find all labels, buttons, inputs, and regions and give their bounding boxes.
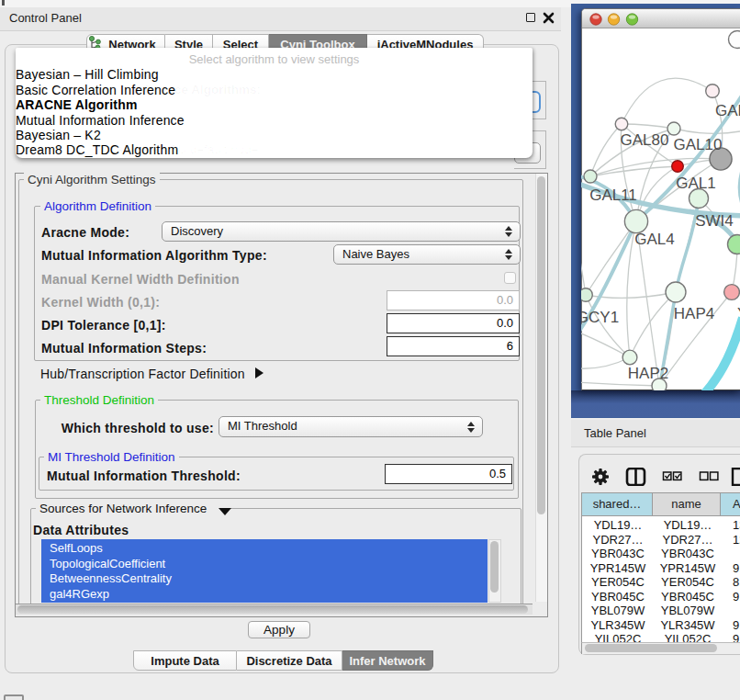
svg-text:GAL4: GAL4 xyxy=(634,231,674,248)
svg-text:HAP2: HAP2 xyxy=(628,365,668,382)
svg-text:GAL10: GAL10 xyxy=(674,136,723,153)
svg-text:SWI4: SWI4 xyxy=(695,212,734,230)
svg-text:GAL11: GAL11 xyxy=(589,186,637,204)
svg-text:GCY1: GCY1 xyxy=(581,309,619,326)
svg-text:GAL80: GAL80 xyxy=(621,131,669,149)
svg-text:HAP4: HAP4 xyxy=(674,305,714,322)
svg-text:GAL1: GAL1 xyxy=(676,175,715,192)
svg-text:GAL2: GAL2 xyxy=(715,102,740,119)
